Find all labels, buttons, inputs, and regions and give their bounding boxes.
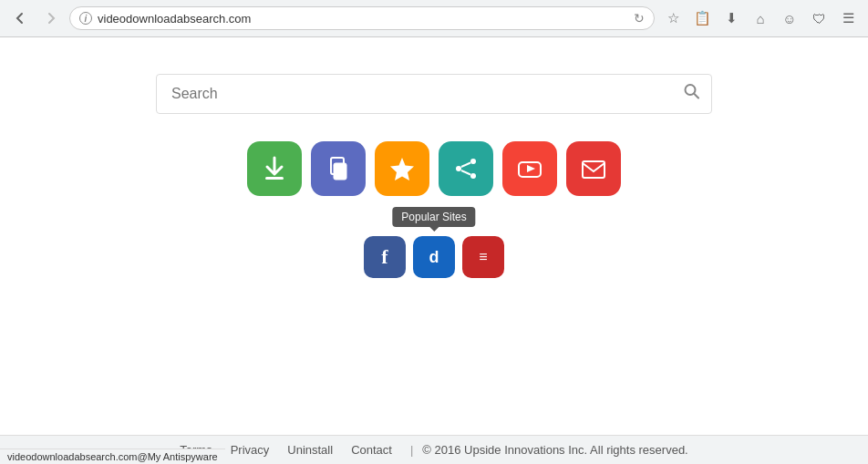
app-icon-star[interactable] [375,141,429,196]
search-input[interactable] [156,74,712,114]
app-icon-diigo[interactable]: d [413,236,455,278]
svg-rect-4 [334,163,346,180]
user-button[interactable]: ☺ [777,5,802,31]
app-icon-facebook[interactable]: f [364,236,406,278]
forward-button[interactable] [38,5,64,31]
bookmark-star-button[interactable]: ☆ [660,5,686,31]
browser-toolbar: i ↻ ☆ 📋 ⬇ ⌂ ☺ 🛡 ☰ [0,0,868,36]
sub-apps-row: f d ≡ [364,236,504,278]
shield-button[interactable]: 🛡 [806,5,832,31]
status-bar: videodownloadabsearch.com@My Antispyware [0,449,225,464]
privacy-link[interactable]: Privacy [231,443,270,457]
app-icon-mail[interactable] [566,141,621,196]
tooltip-container: Popular Sites f d ≡ [364,232,504,278]
svg-line-1 [695,94,699,98]
info-icon: i [79,12,92,25]
svg-marker-12 [527,165,535,172]
app-icon-share[interactable] [439,141,493,196]
svg-point-7 [470,159,476,164]
svg-rect-2 [265,177,284,180]
main-content: ▾ Popular Sites f d ≡ [0,37,868,435]
toolbar-icons: ☆ 📋 ⬇ ⌂ ☺ 🛡 ☰ [660,5,861,31]
refresh-button[interactable]: ↻ [634,11,645,26]
app-icon-copy[interactable] [311,141,366,196]
home-button[interactable]: ⌂ [748,5,773,31]
svg-line-10 [461,170,470,175]
search-button[interactable] [683,83,701,106]
reading-list-button[interactable]: 📋 [689,5,715,31]
back-button[interactable] [7,5,33,31]
address-bar[interactable]: i ↻ [69,6,655,30]
browser-chrome: i ↻ ☆ 📋 ⬇ ⌂ ☺ 🛡 ☰ [0,0,868,37]
app-icon-download[interactable] [247,141,302,196]
uninstall-link[interactable]: Uninstall [287,443,333,457]
apps-container: ▾ Popular Sites f d ≡ [247,141,621,278]
main-apps-row [247,141,621,196]
svg-marker-5 [390,158,414,180]
download-button[interactable]: ⬇ [718,5,744,31]
app-icon-youtube[interactable] [502,141,557,196]
svg-point-6 [456,166,461,171]
app-icon-tvguide[interactable]: ≡ [462,236,504,278]
svg-line-9 [461,163,470,168]
svg-point-8 [470,173,476,179]
footer: Terms Privacy Uninstall Contact | © 2016… [0,435,868,464]
tooltip-bubble: Popular Sites [392,207,475,227]
search-container [156,74,712,114]
menu-button[interactable]: ☰ [835,5,861,31]
footer-divider: | [410,443,413,457]
footer-copyright: © 2016 Upside Innovations Inc. All right… [422,443,687,457]
status-text: videodownloadabsearch.com@My Antispyware [7,451,218,462]
contact-link[interactable]: Contact [351,443,392,457]
url-input[interactable] [98,12,628,26]
svg-rect-13 [583,161,604,178]
